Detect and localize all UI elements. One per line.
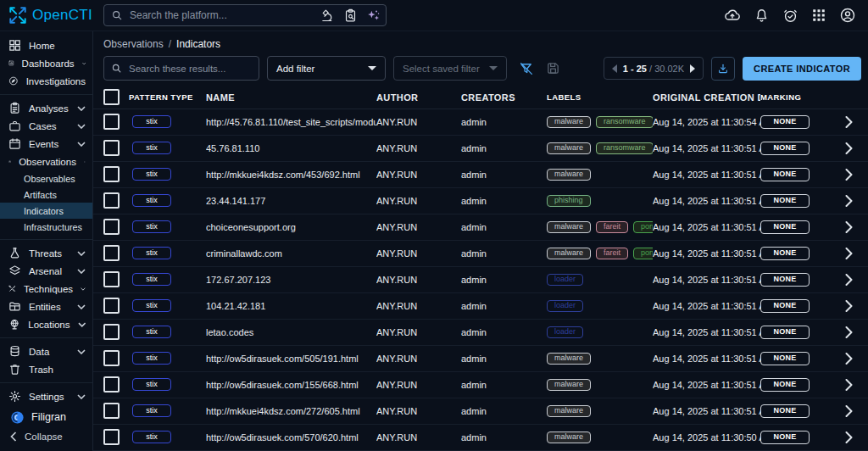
sidebar-item-techniques[interactable]: Techniques xyxy=(0,280,92,298)
opencti-logo[interactable]: OpenCTI xyxy=(8,6,97,25)
row-checkbox[interactable] xyxy=(103,114,120,130)
chevron-right-icon[interactable] xyxy=(845,379,853,391)
labels-cell: malware xyxy=(547,353,653,365)
sidebar-item-entities[interactable]: Entities xyxy=(0,298,92,315)
page-next-icon[interactable] xyxy=(690,64,695,73)
sidebar-item-trash[interactable]: Trash xyxy=(0,360,92,378)
chevron-right-icon[interactable] xyxy=(845,221,853,233)
table-row[interactable]: stix 45.76.81.110 ANY.RUN admin malwarer… xyxy=(93,136,868,162)
chevron-right-icon[interactable] xyxy=(845,142,853,154)
row-checkbox[interactable] xyxy=(103,219,120,235)
row-checkbox[interactable] xyxy=(103,140,120,156)
chevron-right-icon[interactable] xyxy=(845,248,853,259)
column-marking[interactable]: MARKING xyxy=(760,92,828,102)
column-author[interactable]: AUTHOR xyxy=(376,92,461,103)
table-row[interactable]: stix http://45.76.81.110/test_site_scrip… xyxy=(93,109,868,136)
sidebar-item-settings[interactable]: Settings xyxy=(0,387,92,405)
column-creators[interactable]: CREATORS xyxy=(461,92,547,103)
paste-search-icon[interactable] xyxy=(343,8,358,23)
pattern-type-chip: stix xyxy=(132,378,171,391)
chevron-right-icon[interactable] xyxy=(845,432,853,443)
sidebar-item-observables[interactable]: Observables xyxy=(0,170,92,187)
table-row[interactable]: stix http://ow5dirasuek.com/155/668.html… xyxy=(93,372,868,398)
row-checkbox[interactable] xyxy=(103,271,120,287)
column-pattern-type[interactable]: PATTERN TYPE xyxy=(129,92,206,102)
chevron-left-icon xyxy=(10,432,17,442)
create-indicator-button[interactable]: CREATE INDICATOR xyxy=(743,57,861,81)
sidebar-label: Threats xyxy=(29,248,62,259)
table-row[interactable]: stix choiceonesupport.org ANY.RUN admin … xyxy=(93,214,868,241)
research-microscope-icon[interactable] xyxy=(320,8,335,23)
sidebar-item-events[interactable]: Events xyxy=(0,135,92,153)
chevron-right-icon[interactable] xyxy=(845,274,853,286)
sidebar-item-cases[interactable]: Cases xyxy=(0,117,92,135)
account-profile-icon[interactable] xyxy=(839,7,856,24)
chevron-right-icon[interactable] xyxy=(845,326,853,338)
save-filter-icon[interactable] xyxy=(546,61,560,75)
export-download-button[interactable] xyxy=(711,57,735,81)
row-checkbox[interactable] xyxy=(103,376,120,393)
sidebar-item-investigations[interactable]: Investigations xyxy=(0,72,92,90)
column-name[interactable]: NAME xyxy=(206,92,376,103)
table-row[interactable]: stix http://mkkuei4kdsz.com/453/692.html… xyxy=(93,162,868,188)
row-checkbox[interactable] xyxy=(103,166,120,182)
platform-search-input[interactable] xyxy=(128,8,315,22)
table-row[interactable]: stix http://mkkuei4kdsz.com/272/605.html… xyxy=(93,398,868,425)
sidebar-item-analyses[interactable]: Analyses xyxy=(0,99,92,117)
notifications-bell-icon[interactable] xyxy=(754,8,770,24)
sidebar-item-data[interactable]: Data xyxy=(0,342,92,360)
creation-date: Aug 14, 2025 at 11:30:51 AM xyxy=(653,196,760,206)
cloud-sync-icon[interactable] xyxy=(724,7,741,24)
results-search[interactable] xyxy=(103,56,259,81)
sidebar-item-artifacts[interactable]: Artifacts xyxy=(0,187,92,203)
row-checkbox[interactable] xyxy=(103,192,120,209)
pattern-type-chip: stix xyxy=(132,352,171,365)
row-checkbox[interactable] xyxy=(103,429,120,445)
apps-grid-icon[interactable] xyxy=(811,8,826,23)
column-labels[interactable]: LABELS xyxy=(547,92,653,102)
filigran-logo-icon xyxy=(10,410,25,425)
chevron-right-icon[interactable] xyxy=(845,405,853,417)
sidebar-item-home[interactable]: Home xyxy=(0,36,92,54)
table-row[interactable]: stix 104.21.42.181 ANY.RUN admin loader … xyxy=(93,293,868,320)
chevron-right-icon[interactable] xyxy=(845,195,853,207)
saved-filter-dropdown[interactable]: Select saved filter xyxy=(393,56,507,81)
breadcrumb-parent[interactable]: Observations xyxy=(103,38,164,50)
filigran-brand[interactable]: Filigran xyxy=(0,407,92,427)
ai-sparkles-icon[interactable] xyxy=(366,8,381,23)
locations-globe-icon xyxy=(8,318,20,331)
sidebar-collapse-button[interactable]: Collapse xyxy=(0,427,92,446)
row-checkbox[interactable] xyxy=(103,403,120,419)
results-search-input[interactable] xyxy=(127,63,252,75)
table-row[interactable]: stix 23.44.141.177 ANY.RUN admin phishin… xyxy=(93,188,868,214)
indicator-author: ANY.RUN xyxy=(376,432,461,443)
table-row[interactable]: stix http://ow5dirasuek.com/570/620.html… xyxy=(93,425,868,451)
page-prev-icon[interactable] xyxy=(612,64,617,73)
row-checkbox[interactable] xyxy=(103,350,120,366)
table-body: stix http://45.76.81.110/test_site_scrip… xyxy=(93,109,868,451)
clear-filters-icon[interactable] xyxy=(519,61,534,76)
table-row[interactable]: stix http://ow5dirasuek.com/505/191.html… xyxy=(93,346,868,372)
select-all-checkbox[interactable] xyxy=(103,89,120,105)
sidebar-item-observations[interactable]: Observations xyxy=(0,153,92,170)
row-checkbox[interactable] xyxy=(103,298,120,314)
sidebar-item-dashboards[interactable]: Dashboards xyxy=(0,54,92,72)
table-row[interactable]: stix 172.67.207.123 ANY.RUN admin loader… xyxy=(93,267,868,293)
chevron-right-icon[interactable] xyxy=(845,169,853,181)
platform-search[interactable] xyxy=(103,4,387,26)
sidebar-item-threats[interactable]: Threats xyxy=(0,244,92,262)
column-creation-date[interactable]: ORIGINAL CREATION DATE▾ xyxy=(653,92,760,103)
chevron-right-icon[interactable] xyxy=(845,116,853,128)
row-checkbox[interactable] xyxy=(103,324,120,340)
table-row[interactable]: stix letao.codes ANY.RUN admin loader Au… xyxy=(93,320,868,346)
add-filter-dropdown[interactable]: Add filter xyxy=(267,56,386,81)
table-row[interactable]: stix criminallawdc.com ANY.RUN admin mal… xyxy=(93,241,868,267)
sidebar-item-arsenal[interactable]: Arsenal xyxy=(0,262,92,280)
chevron-right-icon[interactable] xyxy=(845,353,853,365)
alarm-check-icon[interactable] xyxy=(782,8,798,24)
sidebar-item-locations[interactable]: Locations xyxy=(0,315,92,333)
sidebar-item-infrastructures[interactable]: Infrastructures xyxy=(0,219,92,235)
row-checkbox[interactable] xyxy=(103,245,120,261)
sidebar-item-indicators[interactable]: Indicators xyxy=(0,203,92,219)
chevron-right-icon[interactable] xyxy=(845,300,853,312)
